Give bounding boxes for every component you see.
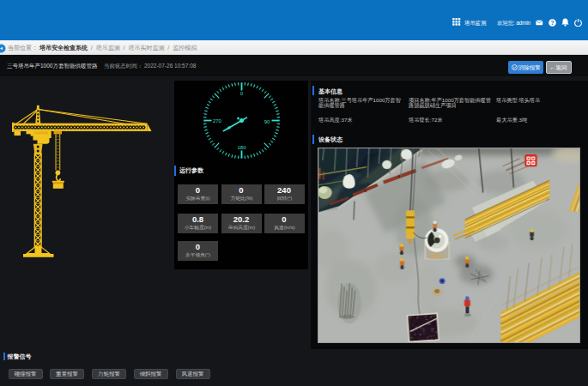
svg-text:180: 180 [237, 145, 246, 150]
svg-text:?: ? [551, 19, 555, 25]
svg-text:270: 270 [212, 118, 221, 124]
svg-text:0: 0 [239, 91, 243, 96]
svg-text:90: 90 [264, 119, 270, 124]
